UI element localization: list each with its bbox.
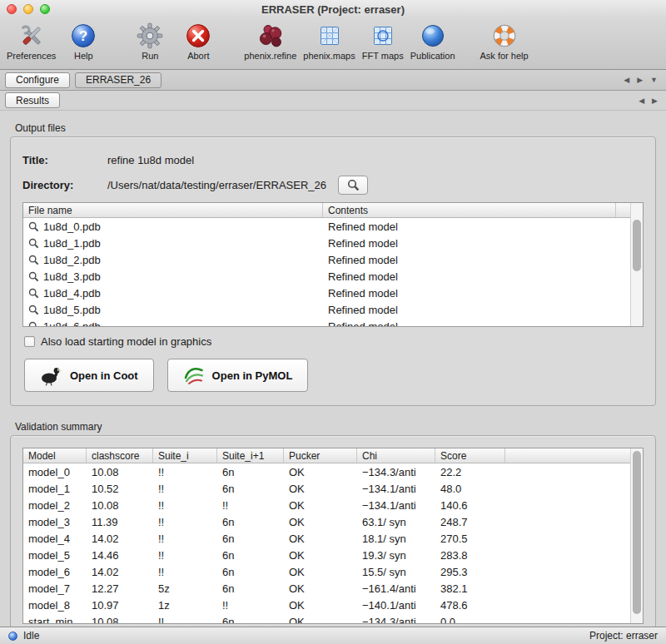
validation-cell: !! <box>217 499 284 512</box>
validation-table-body: model_010.08!!6nOK−134.3/anti22.2model_1… <box>23 463 643 624</box>
browse-directory-button[interactable] <box>338 176 368 195</box>
validation-cell: 6n <box>217 516 284 528</box>
file-table: File name Contents 1u8d_0.pdbRefined mod… <box>22 202 644 327</box>
validation-cell: model_7 <box>23 582 87 595</box>
validation-cell: 478.6 <box>435 599 505 612</box>
validation-table-scrollbar[interactable] <box>630 448 643 623</box>
validation-row[interactable]: model_614.02!!6nOK15.5/ syn295.3 <box>23 563 643 580</box>
output-files-group: Title: refine 1u8d model Directory: /Use… <box>10 136 656 406</box>
validation-row[interactable]: model_514.46!!6nOK19.3/ syn283.8 <box>23 547 643 563</box>
toolbar-phenix-maps-button[interactable]: phenix.maps <box>300 22 358 61</box>
open-in-coot-button[interactable]: Open in Coot <box>24 359 154 392</box>
validation-row[interactable]: model_712.275z6nOK−161.4/anti382.1 <box>23 580 643 597</box>
toolbar-fft-maps-button[interactable]: FFT maps <box>359 22 407 61</box>
file-row[interactable]: 1u8d_5.pdbRefined model <box>23 301 643 318</box>
validation-cell: 248.7 <box>435 516 505 528</box>
app-window: ERRASER (Project: erraser) Preferences <box>0 0 666 644</box>
file-row[interactable]: 1u8d_4.pdbRefined model <box>23 285 643 301</box>
file-row[interactable]: 1u8d_2.pdbRefined model <box>23 251 643 268</box>
validation-cell: 283.8 <box>435 549 505 562</box>
validation-col-header[interactable]: Score <box>435 448 505 463</box>
validation-col-header[interactable]: Model <box>23 448 87 463</box>
preferences-icon <box>17 22 46 50</box>
validation-cell: −134.3/anti <box>357 466 435 478</box>
validation-cell: 10.08 <box>87 466 153 478</box>
directory-label: Directory: <box>22 179 107 191</box>
validation-col-header[interactable]: clashscore <box>87 448 153 463</box>
toolbar-label: FFT maps <box>362 51 404 61</box>
checkbox-box[interactable] <box>24 336 35 347</box>
file-row[interactable]: 1u8d_3.pdbRefined model <box>23 268 643 285</box>
window-title: ERRASER (Project: erraser) <box>0 3 666 16</box>
validation-cell: !! <box>153 466 217 478</box>
file-row[interactable]: 1u8d_1.pdbRefined model <box>23 235 643 251</box>
validation-cell: 295.3 <box>435 566 505 578</box>
title-field-row: Title: refine 1u8d model <box>22 151 644 168</box>
validation-cell: !! <box>153 566 217 578</box>
col-header-file-name[interactable]: File name <box>23 203 323 217</box>
tab-scroll-right-icon[interactable]: ▶ <box>652 97 658 105</box>
toolbar-label: phenix.refine <box>244 51 296 61</box>
load-starting-model-checkbox[interactable]: Also load starting model in graphics <box>24 335 644 348</box>
toolbar-run-button[interactable]: Run <box>126 22 174 61</box>
abort-icon <box>184 22 212 50</box>
validation-col-header[interactable]: Suite_i+1 <box>217 448 284 463</box>
file-table-scrollbar[interactable] <box>630 203 643 326</box>
tab-results[interactable]: Results <box>5 92 60 108</box>
validation-cell: OK <box>284 533 357 545</box>
tab-scroll-right-icon[interactable]: ▶ <box>637 76 643 84</box>
results-page: Output files Title: refine 1u8d model Di… <box>0 111 666 627</box>
open-in-pymol-button[interactable]: Open in PyMOL <box>167 359 309 392</box>
validation-row[interactable]: model_210.08!!!!OK−134.1/anti140.6 <box>23 497 643 513</box>
toolbar-preferences-button[interactable]: Preferences <box>3 22 59 61</box>
col-header-contents[interactable]: Contents <box>323 203 616 217</box>
button-label: Open in Coot <box>70 369 138 382</box>
toolbar-publication-button[interactable]: Publication <box>407 22 459 61</box>
file-row[interactable]: 1u8d_6.pdbRefined model <box>23 318 643 327</box>
validation-cell: 382.1 <box>435 582 505 595</box>
scrollbar-thumb[interactable] <box>633 451 641 614</box>
validation-col-header[interactable]: Chi <box>357 448 435 463</box>
tab-scroll-left-icon[interactable]: ◀ <box>624 76 629 84</box>
validation-row[interactable]: model_414.02!!6nOK18.1/ syn270.5 <box>23 530 643 547</box>
title-bar[interactable]: ERRASER (Project: erraser) <box>0 0 666 18</box>
scrollbar-thumb[interactable] <box>633 220 641 271</box>
validation-cell: OK <box>284 483 357 495</box>
tab-list-icon[interactable]: ▼ <box>650 76 658 84</box>
toolbar-abort-button[interactable]: Abort <box>174 22 222 61</box>
file-row[interactable]: 1u8d_0.pdbRefined model <box>23 218 643 235</box>
tab-erraser-26[interactable]: ERRASER_26 <box>75 72 162 88</box>
validation-col-header[interactable]: Pucker <box>284 448 357 463</box>
title-label: Title: <box>22 154 107 166</box>
directory-field-row: Directory: /Users/nat/data/testing/erras… <box>22 176 644 195</box>
validation-row[interactable]: start_min10.08!!6nOK−134.3/anti0.0 <box>23 613 643 624</box>
directory-value: /Users/nat/data/testing/erraser/ERRASER_… <box>107 179 326 191</box>
validation-cell: 15.5/ syn <box>357 566 435 578</box>
tab-label: ERRASER_26 <box>86 74 151 86</box>
validation-cell: OK <box>284 516 357 528</box>
validation-row[interactable]: model_110.52!!6nOK−134.1/anti48.0 <box>23 480 643 497</box>
checkbox-label: Also load starting model in graphics <box>41 335 211 348</box>
validation-col-header[interactable]: Suite_i <box>153 448 217 463</box>
title-value: refine 1u8d model <box>107 154 194 166</box>
file-contents: Refined model <box>323 287 616 300</box>
magnifier-icon <box>28 271 39 282</box>
validation-row[interactable]: model_311.39!!6nOK63.1/ syn248.7 <box>23 513 643 530</box>
toolbar-help-button[interactable]: ? Help <box>59 22 107 61</box>
toolbar-ask-for-help-button[interactable]: Ask for help <box>477 22 532 61</box>
validation-cell: OK <box>284 616 357 625</box>
validation-row[interactable]: model_010.08!!6nOK−134.3/anti22.2 <box>23 463 643 480</box>
pymol-ribbon-icon <box>183 364 205 386</box>
project-status-text: Project: erraser <box>589 630 658 642</box>
magnifier-icon <box>28 238 39 249</box>
validation-cell: −134.1/anti <box>357 499 435 512</box>
validation-row[interactable]: model_810.971z!!OK−140.1/anti478.6 <box>23 597 643 613</box>
validation-cell: 10.52 <box>87 483 153 495</box>
toolbar-phenix-refine-button[interactable]: phenix.refine <box>241 22 300 61</box>
validation-cell: 6n <box>217 533 284 545</box>
validation-group-label: Validation summary <box>15 421 656 433</box>
file-name: 1u8d_4.pdb <box>43 287 101 300</box>
validation-cell: 18.1/ syn <box>357 533 435 545</box>
tab-configure[interactable]: Configure <box>5 72 70 88</box>
tab-scroll-left-icon[interactable]: ◀ <box>639 97 644 105</box>
